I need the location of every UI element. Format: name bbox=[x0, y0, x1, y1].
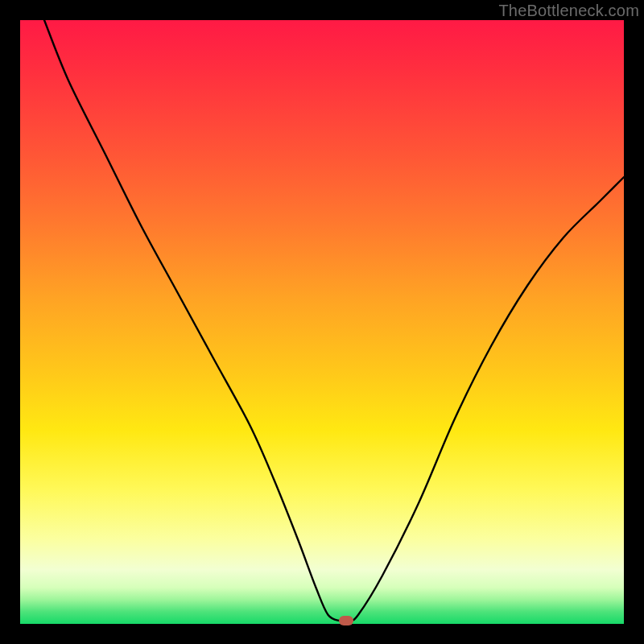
chart-frame: TheBottleneck.com bbox=[0, 0, 644, 644]
bottleneck-curve bbox=[20, 20, 624, 624]
watermark-text: TheBottleneck.com bbox=[498, 2, 639, 20]
plot-area bbox=[20, 20, 624, 624]
minimum-marker bbox=[339, 616, 353, 625]
